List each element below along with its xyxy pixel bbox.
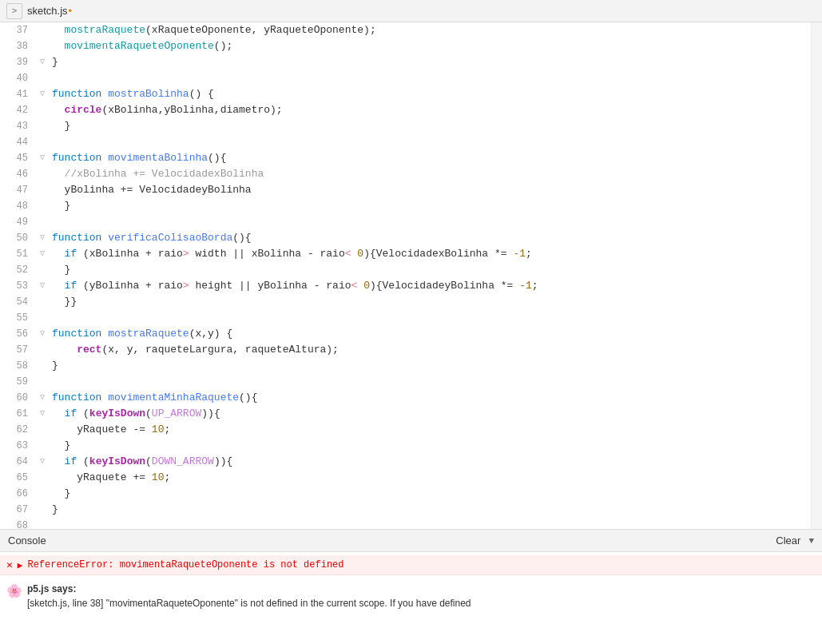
fold-indicator: [36, 470, 49, 486]
code-content: if (keyIsDown(DOWN_ARROW)){: [49, 454, 811, 470]
code-line: 55: [0, 310, 811, 326]
line-number: 49: [0, 214, 36, 230]
code-content: if (yBolinha + raio> height || yBolinha …: [49, 278, 811, 294]
fold-indicator: [36, 118, 49, 134]
fold-indicator: [36, 374, 49, 390]
fold-indicator: [36, 102, 49, 118]
code-line: 67}: [0, 502, 811, 518]
line-number: 42: [0, 102, 36, 118]
code-content: }: [49, 358, 811, 374]
code-content: yRaquete -= 10;: [49, 422, 811, 438]
code-line: 57 rect(x, y, raqueteLargura, raqueteAlt…: [0, 342, 811, 358]
line-number: 40: [0, 70, 36, 86]
fold-indicator: [36, 486, 49, 502]
line-number: 68: [0, 518, 36, 529]
code-content: }: [49, 438, 811, 454]
fold-indicator[interactable]: ▽: [36, 86, 49, 102]
clear-button[interactable]: Clear: [772, 533, 804, 548]
code-content: }: [49, 198, 811, 214]
code-content: }}: [49, 294, 811, 310]
fold-indicator: [36, 214, 49, 230]
fold-indicator: [36, 38, 49, 54]
fold-indicator[interactable]: ▽: [36, 326, 49, 342]
fold-indicator: [36, 22, 49, 38]
code-line: 41▽function mostraBolinha() {: [0, 86, 811, 102]
code-scroll[interactable]: 37 mostraRaquete(xRaqueteOponente, yRaqu…: [0, 22, 811, 529]
fold-indicator: [36, 70, 49, 86]
console-actions: Clear ▼: [772, 533, 814, 548]
code-content: }: [49, 54, 811, 70]
code-content: [49, 310, 811, 326]
line-number: 62: [0, 422, 36, 438]
console-body: ✕ ▶ ReferenceError: movimentaRaqueteOpon…: [0, 552, 822, 644]
code-content: }: [49, 262, 811, 278]
console-error-line: ✕ ▶ ReferenceError: movimentaRaqueteOpon…: [0, 555, 822, 575]
code-line: 50▽function verificaColisaoBorda(){: [0, 230, 811, 246]
line-number: 37: [0, 22, 36, 38]
tab-filename[interactable]: sketch.js•: [27, 5, 72, 17]
fold-indicator: [36, 294, 49, 310]
p5-flower-icon: 🌸: [6, 583, 22, 599]
fold-indicator: [36, 422, 49, 438]
fold-indicator[interactable]: ▽: [36, 246, 49, 262]
fold-indicator: [36, 134, 49, 150]
error-message: ReferenceError: movimentaRaqueteOponente…: [27, 559, 343, 570]
line-number: 45: [0, 150, 36, 166]
code-content: yRaquete += 10;: [49, 470, 811, 486]
editor-area: 37 mostraRaquete(xRaqueteOponente, yRaqu…: [0, 22, 822, 529]
code-line: 42 circle(xBolinha,yBolinha,diametro);: [0, 102, 811, 118]
code-content: function movimentaBolinha(){: [49, 150, 811, 166]
fold-indicator[interactable]: ▽: [36, 406, 49, 422]
fold-indicator: [36, 166, 49, 182]
code-line: 43 }: [0, 118, 811, 134]
line-number: 64: [0, 454, 36, 470]
code-line: 38 movimentaRaqueteOponente();: [0, 38, 811, 54]
code-line: 58}: [0, 358, 811, 374]
code-line: 51▽ if (xBolinha + raio> width || xBolin…: [0, 246, 811, 262]
line-number: 52: [0, 262, 36, 278]
fold-indicator[interactable]: ▽: [36, 390, 49, 406]
code-content: movimentaRaqueteOponente();: [49, 38, 811, 54]
code-content: }: [49, 118, 811, 134]
code-content: [49, 70, 811, 86]
fold-indicator[interactable]: ▽: [36, 150, 49, 166]
code-lines: 37 mostraRaquete(xRaqueteOponente, yRaqu…: [0, 22, 811, 529]
chevron-down-icon[interactable]: ▼: [808, 536, 814, 546]
code-content: }: [49, 502, 811, 518]
code-content: [49, 374, 811, 390]
fold-indicator: [36, 358, 49, 374]
fold-indicator: [36, 518, 49, 529]
right-gutter: [811, 22, 822, 529]
console-title: Console: [8, 535, 46, 547]
code-line: 44: [0, 134, 811, 150]
code-line: 39▽}: [0, 54, 811, 70]
code-content: if (xBolinha + raio> width || xBolinha -…: [49, 246, 811, 262]
code-line: 53▽ if (yBolinha + raio> height || yBoli…: [0, 278, 811, 294]
line-number: 66: [0, 486, 36, 502]
line-number: 50: [0, 230, 36, 246]
panel-toggle[interactable]: >: [6, 3, 22, 19]
code-line: 46 //xBolinha += VelocidadexBolinha: [0, 166, 811, 182]
line-number: 56: [0, 326, 36, 342]
code-line: 66 }: [0, 486, 811, 502]
line-number: 38: [0, 38, 36, 54]
fold-indicator[interactable]: ▽: [36, 278, 49, 294]
code-content: rect(x, y, raqueteLargura, raqueteAltura…: [49, 342, 811, 358]
code-line: 37 mostraRaquete(xRaqueteOponente, yRaqu…: [0, 22, 811, 38]
editor-wrapper: 37 mostraRaquete(xRaqueteOponente, yRaqu…: [0, 22, 822, 644]
fold-indicator[interactable]: ▽: [36, 230, 49, 246]
code-content: yBolinha += VelocidadeyBolinha: [49, 182, 811, 198]
fold-indicator: [36, 342, 49, 358]
fold-indicator[interactable]: ▽: [36, 54, 49, 70]
line-number: 39: [0, 54, 36, 70]
code-content: function mostraBolinha() {: [49, 86, 811, 102]
code-content: [49, 214, 811, 230]
line-number: 51: [0, 246, 36, 262]
code-content: function mostraRaquete(x,y) {: [49, 326, 811, 342]
code-line: 59: [0, 374, 811, 390]
code-line: 65 yRaquete += 10;: [0, 470, 811, 486]
error-triangle-icon[interactable]: ▶: [18, 560, 23, 570]
code-line: 60▽function movimentaMinhaRaquete(){: [0, 390, 811, 406]
code-content: if (keyIsDown(UP_ARROW)){: [49, 406, 811, 422]
fold-indicator[interactable]: ▽: [36, 454, 49, 470]
